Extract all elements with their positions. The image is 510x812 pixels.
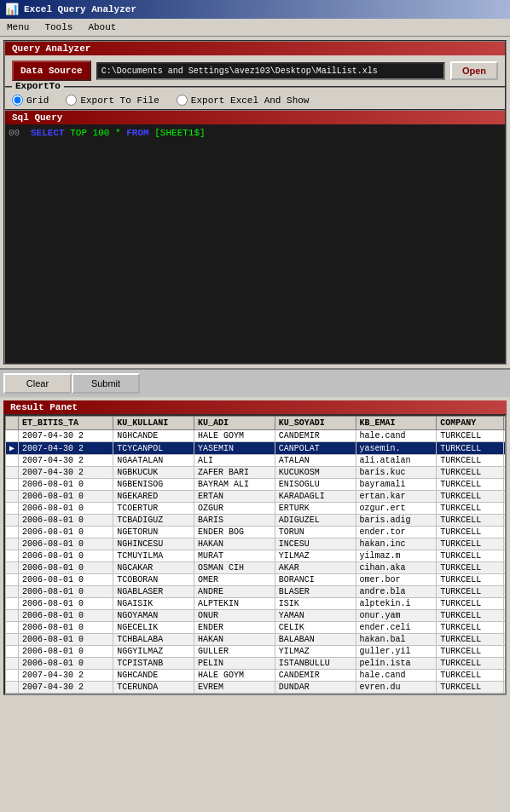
row-indicator	[6, 538, 19, 550]
col-et-bitis-ta: ET_BITIS_TA	[19, 417, 113, 430]
table-cell: 2	[503, 670, 507, 682]
table-row[interactable]: 2006-08-01 0NGETORUNENDER BOGTORUNender.…	[6, 527, 507, 538]
table-row[interactable]: 2006-08-01 0TCPISTANBPELINISTANBULLUpeli…	[6, 658, 507, 670]
table-cell: NGGYILMAZ	[113, 646, 194, 658]
table-row[interactable]: ▶2007-04-30 2TCYCANPOLYASEMINCANPOLATyas…	[6, 442, 507, 455]
result-table-wrapper[interactable]: ET_BITIS_TA KU_KULLANI KU_ADI KU_SOYADI …	[3, 414, 507, 695]
row-indicator	[6, 682, 19, 694]
table-cell: 2	[503, 658, 507, 670]
row-indicator	[6, 622, 19, 634]
table-cell: 2007-04-30 2	[19, 670, 113, 682]
row-indicator	[6, 479, 19, 491]
table-cell: TURKCELL	[437, 515, 503, 527]
table-cell: 2007-04-30 2	[19, 442, 113, 455]
table-row[interactable]: 2006-08-01 0TCMUYILMAMURATYILMAZyilmaz.m…	[6, 550, 507, 562]
radio-file[interactable]: Export To File	[66, 95, 159, 106]
table-cell: YILMAZ	[275, 646, 356, 658]
open-button[interactable]: Open	[450, 61, 498, 80]
table-row[interactable]: 2006-08-01 0NGOYAMANONURYAMANonur.yamTUR…	[6, 610, 507, 622]
table-cell: 2	[503, 455, 507, 467]
table-cell: OSMAN CIH	[194, 562, 275, 574]
menu-item-menu[interactable]: Menu	[3, 20, 32, 34]
table-cell: pelin.ista	[356, 658, 437, 670]
table-cell: TURKCELL	[437, 503, 503, 515]
table-cell: ali.atalan	[356, 455, 437, 467]
radio-excel-input[interactable]	[177, 95, 188, 106]
radio-grid-input[interactable]	[12, 95, 23, 106]
row-indicator	[6, 574, 19, 586]
table-cell: EVREM	[194, 682, 275, 694]
table-row[interactable]: 2006-08-01 0NGABLASERANDREBLASERandre.bl…	[6, 586, 507, 598]
table-cell: TURKCELL	[437, 562, 503, 574]
table-cell: NGBKUCUK	[113, 467, 194, 479]
table-cell: 1	[503, 610, 507, 622]
table-cell: TCERUNDA	[113, 682, 194, 694]
clear-button[interactable]: Clear	[3, 373, 72, 394]
radio-grid[interactable]: Grid	[12, 95, 49, 106]
table-cell: guller.yil	[356, 646, 437, 658]
menu-item-about[interactable]: About	[84, 20, 119, 34]
table-cell: 1	[503, 479, 507, 491]
datasource-row: Data Source Open	[5, 55, 505, 86]
radio-file-input[interactable]	[66, 95, 77, 106]
table-row[interactable]: 2006-08-01 0NGGYILMAZGULLERYILMAZguller.…	[6, 646, 507, 658]
table-cell: hakan.inc	[356, 538, 437, 550]
sql-keyword-from: FROM	[126, 128, 148, 138]
table-cell: bayramali	[356, 479, 437, 491]
table-cell: NGOYAMAN	[113, 610, 194, 622]
table-cell: TORUN	[275, 527, 356, 538]
table-row[interactable]: 2006-08-01 0NGECELIKENDERCELIKender.celi…	[6, 622, 507, 634]
table-row[interactable]: 2006-08-01 0NGAISIKALPTEKINISIKalptekin.…	[6, 598, 507, 610]
table-cell: hale.cand	[356, 670, 437, 682]
table-cell: NGECELIK	[113, 622, 194, 634]
table-cell: ISTANBULLU	[275, 658, 356, 670]
table-row[interactable]: 2007-04-30 2TCERUNDAEVREMDUNDARevren.duT…	[6, 682, 507, 694]
table-row[interactable]: 2006-08-01 0TCOBORANOMERBORANCIomer.borT…	[6, 574, 507, 586]
table-row[interactable]: 2007-04-30 2NGBKUCUKZAFER BARIKUCUKOSMba…	[6, 467, 507, 479]
table-cell: GULLER	[194, 646, 275, 658]
table-cell: TURKCELL	[437, 634, 503, 646]
radio-excel[interactable]: Export Excel And Show	[177, 95, 310, 106]
table-cell: TURKCELL	[437, 622, 503, 634]
table-cell: BARIS	[194, 515, 275, 527]
row-indicator	[6, 658, 19, 670]
table-row[interactable]: 2006-08-01 0NGHINCESUHAKANINCESUhakan.in…	[6, 538, 507, 550]
row-indicator	[6, 670, 19, 682]
table-row[interactable]: 2007-04-30 2NGHCANDEHALE GOYMCANDEMIRhal…	[6, 430, 507, 442]
row-indicator	[6, 586, 19, 598]
col-indicator	[6, 417, 19, 430]
table-cell: ender.tor	[356, 527, 437, 538]
table-row[interactable]: 2006-08-01 0TCOERTUROZGURERTURKozgur.ert…	[6, 503, 507, 515]
table-row[interactable]: 2007-04-30 2NGHCANDEHALE GOYMCANDEMIRhal…	[6, 670, 507, 682]
col-durumu: DURUMU	[503, 417, 507, 430]
table-row[interactable]: 2006-08-01 0NGBENISOGBAYRAM ALIENISOGLUb…	[6, 479, 507, 491]
table-cell: 2006-08-01 0	[19, 586, 113, 598]
submit-button[interactable]: Submit	[72, 373, 140, 394]
table-cell: 1	[503, 586, 507, 598]
row-indicator	[6, 562, 19, 574]
sql-section: Sql Query 00 SELECT TOP 100 * FROM [SHEE…	[5, 109, 505, 363]
table-cell: CANPOLAT	[275, 442, 356, 455]
table-cell: KARADAGLI	[275, 491, 356, 503]
table-row[interactable]: 2007-04-30 2NGAATALANALIATALANali.atalan…	[6, 455, 507, 467]
table-cell: BORANCI	[275, 574, 356, 586]
table-cell: 2006-08-01 0	[19, 622, 113, 634]
table-cell: TURKCELL	[437, 430, 503, 442]
table-cell: TURKCELL	[437, 442, 503, 455]
table-row[interactable]: 2006-08-01 0TCHBALABAHAKANBALABANhakan.b…	[6, 634, 507, 646]
sql-editor[interactable]: 00 SELECT TOP 100 * FROM [SHEET1$]	[5, 124, 505, 363]
table-row[interactable]: 2006-08-01 0NGCAKAROSMAN CIHAKARcihan.ak…	[6, 562, 507, 574]
table-cell: yasemin.	[356, 442, 437, 455]
table-row[interactable]: 2006-08-01 0NGEKAREDERTANKARADAGLIertan.…	[6, 491, 507, 503]
sql-line-num: 00	[9, 128, 26, 138]
table-row[interactable]: 2006-08-01 0TCBADIGUZBARISADIGUZELbaris.…	[6, 515, 507, 527]
table-cell: 1	[503, 527, 507, 538]
table-cell: INCESU	[275, 538, 356, 550]
col-ku-soyadi: KU_SOYADI	[275, 417, 356, 430]
datasource-input[interactable]	[96, 62, 445, 80]
menu-item-tools[interactable]: Tools	[41, 20, 76, 34]
export-section-label: ExportTo	[12, 81, 64, 91]
table-cell: cihan.aka	[356, 562, 437, 574]
table-cell: 2006-08-01 0	[19, 646, 113, 658]
table-cell: 2	[503, 467, 507, 479]
